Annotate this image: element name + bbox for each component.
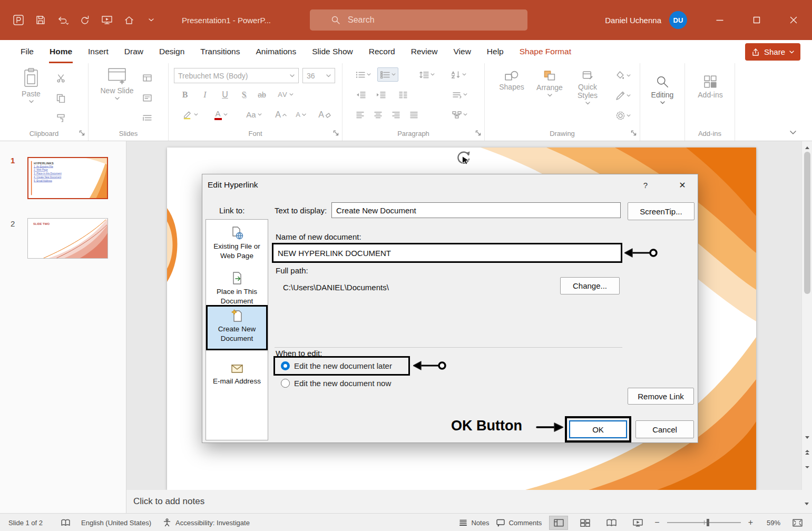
tab-file[interactable]: File: [13, 40, 42, 63]
tab-review[interactable]: Review: [403, 40, 446, 63]
maximize-button[interactable]: [738, 0, 775, 40]
qat-customize-chevron-icon[interactable]: [143, 12, 159, 28]
line-spacing-button[interactable]: [416, 67, 437, 82]
home-icon[interactable]: [121, 12, 137, 28]
bullets-button[interactable]: [353, 67, 373, 82]
decrease-font-size-button[interactable]: A: [293, 107, 309, 122]
slide-1-thumbnail[interactable]: HYPERLINKS 1. An Existing File 2. Web Pa…: [27, 157, 108, 199]
notes-pane[interactable]: Click to add notes: [126, 490, 801, 513]
radio-edit-later-annotated[interactable]: Edit the new document later: [273, 356, 410, 376]
radio-edit-later[interactable]: [281, 361, 290, 370]
tab-slide-show[interactable]: Slide Show: [304, 40, 361, 63]
zoom-slider-thumb[interactable]: [707, 519, 709, 526]
language-indicator[interactable]: English (United States): [81, 519, 151, 527]
numbering-button[interactable]: [377, 67, 398, 82]
dialog-help-button[interactable]: ?: [640, 179, 651, 191]
zoom-in-button[interactable]: +: [748, 518, 753, 527]
slide-sorter-view-button[interactable]: [575, 516, 594, 530]
quick-styles-button[interactable]: Quick Styles: [570, 71, 605, 105]
increase-indent-button[interactable]: [373, 87, 389, 102]
undo-icon[interactable]: [55, 12, 71, 28]
start-presentation-icon[interactable]: [99, 12, 115, 28]
paragraph-dialog-launcher-icon[interactable]: [475, 130, 481, 136]
screentip-button[interactable]: ScreenTip...: [628, 202, 694, 220]
avatar[interactable]: DU: [669, 11, 687, 29]
proofing-icon[interactable]: [61, 519, 71, 527]
share-button[interactable]: Share: [745, 43, 800, 61]
shape-effects-button[interactable]: [612, 109, 634, 123]
strikethrough-button[interactable]: ab: [254, 87, 270, 102]
scrollbar-thumb[interactable]: [804, 152, 810, 294]
change-button[interactable]: Change...: [560, 277, 620, 294]
save-icon[interactable]: [33, 12, 48, 28]
search-box[interactable]: [310, 9, 527, 31]
scroll-down-icon[interactable]: [802, 432, 812, 442]
link-option-existing-file[interactable]: Existing File or Web Page: [208, 224, 266, 261]
decrease-indent-button[interactable]: [353, 87, 369, 102]
minimize-button[interactable]: [701, 0, 738, 40]
font-dialog-launcher-icon[interactable]: [333, 130, 339, 136]
vertical-scrollbar[interactable]: [801, 141, 812, 490]
link-option-place-in-document[interactable]: Place in This Document: [208, 269, 266, 306]
zoom-level[interactable]: 59%: [760, 519, 780, 527]
slide-2-thumbnail[interactable]: SLIDE TWO: [27, 218, 108, 259]
tab-help[interactable]: Help: [479, 40, 512, 63]
increase-font-size-button[interactable]: A: [273, 107, 289, 122]
columns-button[interactable]: [395, 87, 411, 102]
drawing-dialog-launcher-icon[interactable]: [631, 130, 637, 136]
tab-animations[interactable]: Animations: [248, 40, 304, 63]
section-button[interactable]: [140, 112, 154, 124]
change-case-button[interactable]: Aa: [242, 107, 266, 122]
italic-button[interactable]: I: [198, 87, 212, 102]
notes-placeholder[interactable]: Click to add notes: [133, 490, 204, 513]
font-color-button[interactable]: A: [210, 107, 232, 122]
tab-insert[interactable]: Insert: [80, 40, 116, 63]
format-painter-button[interactable]: [54, 112, 67, 124]
account-name[interactable]: Daniel Uchenna: [605, 0, 661, 40]
radio-edit-now-row[interactable]: Edit the new document now: [281, 379, 391, 388]
reset-slide-button[interactable]: [140, 92, 154, 104]
tab-transitions[interactable]: Transitions: [192, 40, 248, 63]
previous-slide-button[interactable]: [802, 447, 812, 457]
notes-toggle-button[interactable]: Notes: [459, 519, 489, 527]
character-spacing-button[interactable]: AV: [274, 87, 297, 102]
align-left-button[interactable]: [353, 107, 368, 122]
reading-view-button[interactable]: [602, 516, 621, 530]
shape-fill-button[interactable]: [612, 68, 634, 83]
font-name-combobox[interactable]: Trebuchet MS (Body): [174, 68, 299, 83]
bold-button[interactable]: B: [178, 87, 192, 102]
font-size-combobox[interactable]: 36: [302, 68, 335, 83]
convert-to-smartart-button[interactable]: [448, 107, 471, 122]
text-direction-button[interactable]: [448, 87, 471, 102]
scroll-up-icon[interactable]: [802, 142, 812, 153]
redo-icon[interactable]: [77, 12, 93, 28]
cut-button[interactable]: [54, 72, 67, 84]
addins-button[interactable]: Add-ins: [693, 75, 727, 99]
text-shadow-button[interactable]: S: [237, 87, 251, 102]
editing-button[interactable]: Editing: [647, 75, 678, 104]
tab-record[interactable]: Record: [361, 40, 403, 63]
slide-layout-button[interactable]: [140, 72, 154, 84]
text-to-display-input[interactable]: [331, 202, 621, 218]
highlight-color-button[interactable]: [179, 107, 201, 122]
slideshow-view-button[interactable]: [628, 516, 647, 530]
arrange-button[interactable]: Arrange: [533, 71, 566, 97]
paste-button[interactable]: Paste: [15, 67, 47, 103]
sort-text-button[interactable]: [448, 67, 469, 82]
next-slide-button[interactable]: [802, 460, 812, 471]
ok-button[interactable]: OK: [569, 420, 627, 438]
close-button[interactable]: [775, 0, 812, 40]
zoom-out-button[interactable]: −: [654, 518, 659, 527]
tab-design[interactable]: Design: [151, 40, 192, 63]
radio-edit-now[interactable]: [281, 379, 290, 388]
name-of-new-document-input[interactable]: [272, 243, 622, 263]
tab-view[interactable]: View: [446, 40, 479, 63]
shape-outline-button[interactable]: [612, 88, 634, 103]
align-right-button[interactable]: [389, 107, 404, 122]
fit-slide-to-window-button[interactable]: [788, 516, 807, 530]
link-option-email-address[interactable]: E-mail Address: [208, 361, 266, 390]
normal-view-button[interactable]: [549, 516, 568, 530]
tab-draw[interactable]: Draw: [116, 40, 151, 63]
search-input[interactable]: [348, 15, 480, 25]
dialog-close-button[interactable]: ✕: [676, 178, 689, 192]
